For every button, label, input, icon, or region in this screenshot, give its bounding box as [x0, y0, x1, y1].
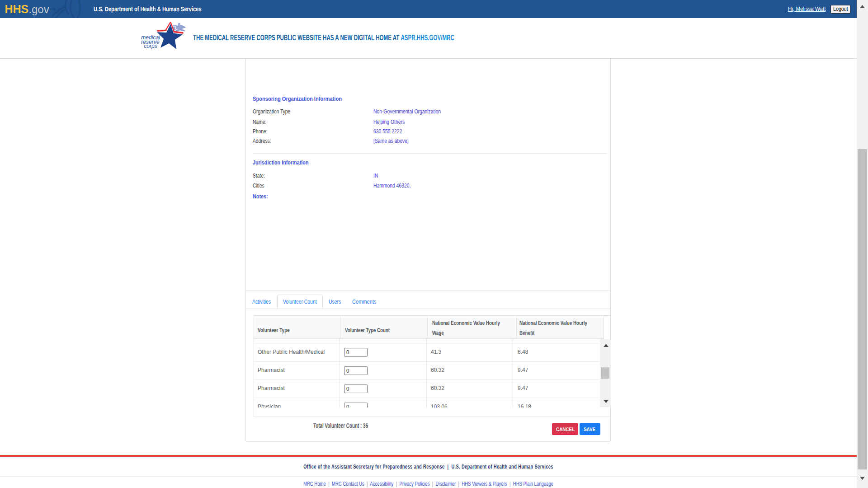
svg-text:corps: corps: [144, 43, 157, 49]
